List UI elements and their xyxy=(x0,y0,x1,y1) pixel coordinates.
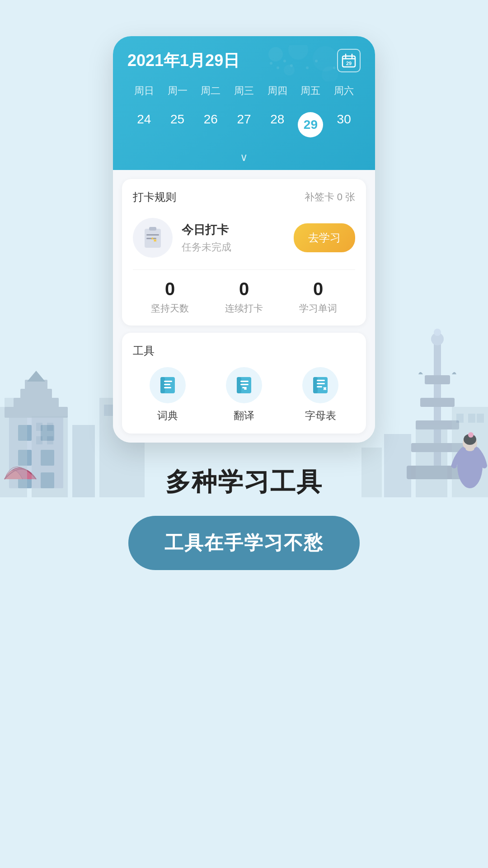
svg-rect-70 xyxy=(237,377,241,393)
alphabet-icon-wrap xyxy=(302,367,338,403)
checkin-text: 今日打卡 任务未完成 xyxy=(182,222,285,254)
stat-persist-label: 坚持天数 xyxy=(133,302,207,315)
bottom-cta[interactable]: 工具在手学习不愁 xyxy=(128,516,360,570)
stat-continuous-label: 连续打卡 xyxy=(207,302,281,315)
tools-card-title: 工具 xyxy=(133,344,155,358)
date-25[interactable]: 25 xyxy=(161,108,194,142)
svg-rect-62 xyxy=(146,234,159,236)
svg-rect-61 xyxy=(149,227,156,231)
date-28[interactable]: 28 xyxy=(261,108,294,142)
date-24[interactable]: 24 xyxy=(127,108,161,142)
svg-rect-67 xyxy=(164,384,170,385)
svg-point-50 xyxy=(283,60,286,62)
date-30[interactable]: 30 xyxy=(327,108,361,142)
weekday-tue: 周二 xyxy=(194,81,227,100)
svg-point-43 xyxy=(268,47,283,61)
stat-continuous-num: 0 xyxy=(207,279,281,299)
translate-icon-wrap xyxy=(226,367,262,403)
stat-words-num: 0 xyxy=(281,279,355,299)
date-29-active[interactable]: 29 xyxy=(294,108,328,142)
calendar-expand-arrow[interactable]: ∨ xyxy=(127,147,361,170)
checkin-card-badge: 补签卡 0 张 xyxy=(305,190,355,204)
calendar-decoration xyxy=(267,45,339,83)
weekday-wed: 周三 xyxy=(227,81,261,100)
study-button[interactable]: 去学习 xyxy=(294,223,355,252)
svg-point-52 xyxy=(306,66,309,69)
svg-point-48 xyxy=(270,62,272,65)
stat-words: 0 学习单词 xyxy=(281,279,355,315)
svg-rect-73 xyxy=(242,387,247,388)
svg-rect-77 xyxy=(317,380,325,381)
checkin-card-title: 打卡规则 xyxy=(133,190,176,204)
translate-label: 翻译 xyxy=(234,409,254,423)
svg-point-51 xyxy=(290,64,293,67)
bottom-section: 多种学习工具 工具在手学习不愁 xyxy=(128,465,360,606)
calendar-icon-button[interactable]: 29 xyxy=(337,49,361,72)
date-27[interactable]: 27 xyxy=(227,108,261,142)
checkin-card: 打卡规则 补签卡 0 张 xyxy=(122,179,366,326)
date-26[interactable]: 26 xyxy=(194,108,227,142)
checkin-row: 今日打卡 任务未完成 去学习 xyxy=(133,213,355,262)
svg-text:29: 29 xyxy=(346,61,352,66)
stat-continuous: 0 连续打卡 xyxy=(207,279,281,315)
checkin-main-label: 今日打卡 xyxy=(182,222,285,238)
weekday-thu: 周四 xyxy=(261,81,294,100)
stat-words-label: 学习单词 xyxy=(281,302,355,315)
svg-rect-68 xyxy=(164,387,171,388)
dictionary-icon-wrap xyxy=(150,367,186,403)
alphabet-label: 字母表 xyxy=(305,409,336,423)
tools-grid: 词典 xyxy=(133,367,355,423)
bottom-tagline: 多种学习工具 xyxy=(165,465,323,500)
checkin-card-header: 打卡规则 补签卡 0 张 xyxy=(133,190,355,204)
svg-rect-71 xyxy=(240,381,249,382)
dates-row: 24 25 26 27 28 29 30 xyxy=(127,108,361,147)
tools-card-header: 工具 xyxy=(133,344,355,358)
svg-rect-72 xyxy=(240,384,249,385)
tool-dictionary[interactable]: 词典 xyxy=(133,367,202,423)
tool-translate[interactable]: 翻译 xyxy=(209,367,278,423)
svg-rect-66 xyxy=(164,381,172,382)
tool-alphabet[interactable]: 字母表 xyxy=(286,367,355,423)
phone-card: 2021年1月29日 29 周日 周一 周二 周三 周四 周五 xyxy=(113,36,375,443)
weekday-sun: 周日 xyxy=(127,81,161,100)
svg-point-49 xyxy=(277,66,279,69)
calendar-title: 2021年1月29日 xyxy=(127,50,239,72)
tools-card: 工具 词典 xyxy=(122,333,366,434)
svg-point-46 xyxy=(284,65,295,75)
svg-rect-79 xyxy=(317,386,322,387)
weekdays-row: 周日 周一 周二 周三 周四 周五 周六 xyxy=(127,81,361,100)
stat-persist-num: 0 xyxy=(133,279,207,299)
calendar-header: 2021年1月29日 29 周日 周一 周二 周三 周四 周五 xyxy=(113,36,375,170)
stat-persist-days: 0 坚持天数 xyxy=(133,279,207,315)
checkin-sub-label: 任务未完成 xyxy=(182,241,285,254)
weekday-fri: 周五 xyxy=(294,81,328,100)
svg-point-54 xyxy=(333,66,336,69)
svg-point-53 xyxy=(315,60,318,62)
checkin-icon xyxy=(133,218,173,258)
main-wrapper: 2021年1月29日 29 周日 周一 周二 周三 周四 周五 xyxy=(0,0,488,606)
svg-rect-78 xyxy=(317,383,325,384)
svg-point-44 xyxy=(288,45,308,60)
weekday-sat: 周六 xyxy=(327,81,361,100)
svg-rect-76 xyxy=(313,377,318,393)
svg-rect-65 xyxy=(160,377,165,393)
svg-rect-74 xyxy=(244,388,247,390)
dictionary-label: 词典 xyxy=(157,409,178,423)
content-area: 打卡规则 补签卡 0 张 xyxy=(113,170,375,443)
stats-row: 0 坚持天数 0 连续打卡 0 学习单词 xyxy=(133,269,355,315)
weekday-mon: 周一 xyxy=(161,81,194,100)
